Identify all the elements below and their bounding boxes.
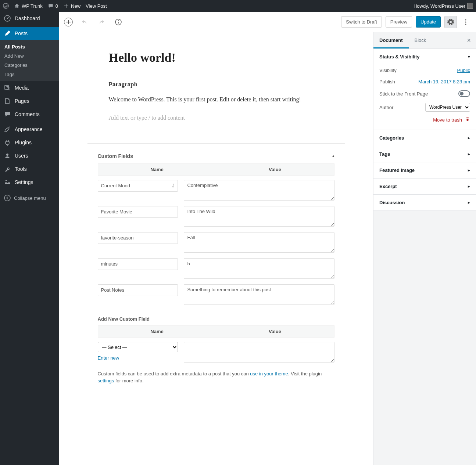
site-link[interactable]: WP Trunk <box>14 3 43 9</box>
site-name: WP Trunk <box>22 3 43 9</box>
avatar <box>467 3 473 9</box>
new-label: New <box>71 3 80 9</box>
wp-logo[interactable] <box>3 3 9 9</box>
howdy-link[interactable]: Howdy, WordPress User <box>414 3 473 9</box>
comments-link[interactable]: 0 <box>48 3 58 9</box>
admin-bar: WP Trunk 0 New View Post Howdy, WordPres… <box>0 0 476 12</box>
new-link[interactable]: New <box>63 3 80 9</box>
comments-count: 0 <box>56 3 58 9</box>
view-post-link[interactable]: View Post <box>86 3 107 9</box>
